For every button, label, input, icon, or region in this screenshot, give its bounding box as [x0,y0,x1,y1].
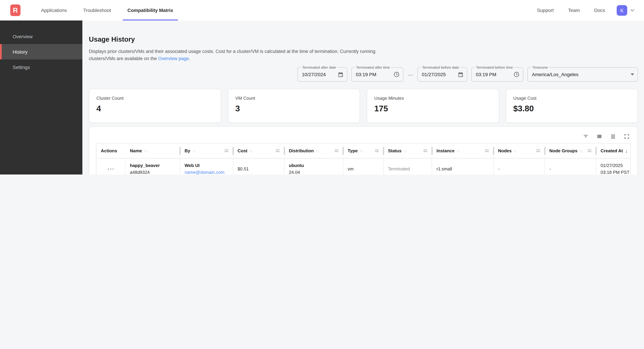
terminated-before-date-label: Terminated before date [421,65,460,69]
terminated-before-time-label: Terminated before time [475,65,514,69]
column-header-instance[interactable]: Instance↑↓ [432,143,494,158]
terminated-before-date-field[interactable]: Terminated before date 01/27/2025 [417,67,467,82]
nav-link-docs[interactable]: Docs [594,7,605,13]
ellipsis-icon [112,168,114,170]
column-drag-handle-icon[interactable] [276,150,280,152]
cost-value: $0.51 [238,166,284,171]
overview-page-link[interactable]: Overview page [158,56,189,61]
column-drag-handle-icon[interactable] [536,150,540,152]
column-header-type[interactable]: Type↑↓ [343,143,384,158]
sort-icon: ↑↓ [250,149,252,153]
node-groups-count: - [549,166,596,171]
cell-by: Web UIname@domain.com [180,158,233,174]
sort-icon: ↑↓ [192,149,195,153]
table-toolbar [96,129,631,143]
timezone-select[interactable]: Timezone America/Los_Angeles [528,67,638,82]
table-body: happy_beavera48d9324Web UIname@domain.co… [96,158,630,174]
column-header-distribution[interactable]: Distribution↑↓ [284,143,343,158]
status-badge: Terminated [388,166,432,171]
sidebar-item-overview[interactable]: Overview [0,29,82,44]
sidebar-item-settings[interactable]: Settings [0,59,82,75]
usage-table-card: ActionsName↑↓By↑↓Cost↑↓Distribution↑↓Typ… [89,126,638,174]
stat-card-vm-count: VM Count 3 [228,89,360,123]
terminated-after-time-label: Terminated after time [355,65,391,69]
tab-troubleshoot[interactable]: Troubleshoot [75,0,119,20]
terminated-after-date-value: 10/27/2024 [302,72,338,77]
stat-cards: Cluster Count 4 VM Count 3 Usage Minutes… [89,89,638,123]
page-description-line2: clusters/VMs are available on the [89,56,158,61]
page-description-period: . [189,56,190,61]
dropdown-arrow-icon [631,73,634,75]
column-header-by[interactable]: By↑↓ [180,143,233,158]
page-description-line1: Displays prior clusters/VMs and their as… [89,49,375,54]
column-drag-handle-icon[interactable] [424,150,427,152]
stat-card-usage-cost: Usage Cost $3.80 [506,89,638,123]
cell-name: happy_beavera48d9324 [126,158,180,174]
sort-icon: ↑↓ [316,149,319,153]
sort-desc-icon: ↓ [625,148,628,153]
ellipsis-icon [108,168,109,170]
column-header-status[interactable]: Status↑↓ [384,143,432,158]
avatar[interactable]: K [617,5,627,15]
column-label: Instance [436,148,455,153]
terminated-after-time-field[interactable]: Terminated after time 03:19 PM [352,67,403,82]
distribution-name: ubuntu [289,163,343,168]
stat-value: $3.80 [513,104,630,113]
column-header-cost[interactable]: Cost↑↓ [233,143,284,158]
column-drag-handle-icon[interactable] [588,150,591,152]
sidebar-item-history[interactable]: History [0,44,82,59]
column-drag-handle-icon[interactable] [375,150,379,152]
usage-table: ActionsName↑↓By↑↓Cost↑↓Distribution↑↓Typ… [96,143,631,174]
fullscreen-icon[interactable] [624,133,630,139]
timezone-value: America/Los_Angeles [532,72,628,77]
sort-icon: ↑↓ [580,149,583,153]
column-label: Name [130,148,142,153]
created-time: 03:18 PM PST [600,170,630,174]
clock-icon[interactable] [394,71,400,77]
stat-value: 175 [374,104,491,113]
density-icon[interactable] [610,133,616,139]
tab-compatibility-matrix[interactable]: Compatibility Matrix [119,0,181,20]
clock-icon[interactable] [514,71,520,77]
chevron-down-icon[interactable] [630,7,635,13]
column-label: Nodes [498,148,512,153]
column-drag-handle-icon[interactable] [485,150,489,152]
app-window: R Applications Troubleshoot Compatibilit… [0,0,644,174]
sort-icon: ↑↓ [404,149,406,153]
column-header-name[interactable]: Name↑↓ [126,143,180,158]
calendar-icon[interactable] [338,71,344,77]
nav-link-support[interactable]: Support [537,7,554,13]
sidebar: Overview History Settings [0,20,82,174]
creator-email-link[interactable]: name@domain.com [184,170,233,174]
cell-type: vm [343,158,384,174]
terminated-after-date-label: Terminated after date [301,65,338,69]
column-label: Type [348,148,358,153]
terminated-after-date-field[interactable]: Terminated after date 10/27/2024 [298,67,347,82]
column-header-node-groups[interactable]: Node Groups↑↓ [545,143,596,158]
row-actions-button[interactable] [96,158,126,174]
column-drag-handle-icon[interactable] [335,150,338,152]
column-label: Cost [238,148,248,153]
table-row: happy_beavera48d9324Web UIname@domain.co… [96,158,630,174]
cell-status: Terminated [384,158,432,174]
column-label: Distribution [289,148,314,153]
column-header-created-at[interactable]: Created At↓ [596,143,630,158]
column-header-nodes[interactable]: Nodes↑↓ [494,143,545,158]
terminated-before-time-field[interactable]: Terminated before time 03:19 PM [472,67,523,82]
page-title: Usage History [89,35,638,43]
distribution-version: 24.04 [289,170,343,174]
stat-label: Cluster Count [96,96,214,101]
range-dash: — [408,71,413,77]
replicated-logo[interactable]: R [10,4,20,16]
page-description: Displays prior clusters/VMs and their as… [89,48,638,62]
filter-icon[interactable] [583,133,588,139]
column-drag-handle-icon[interactable] [224,150,228,152]
columns-icon[interactable] [596,133,602,139]
stat-value: 3 [235,104,352,113]
calendar-icon[interactable] [458,71,464,77]
nav-link-team[interactable]: Team [568,7,580,13]
tab-applications[interactable]: Applications [33,0,75,20]
column-header-actions: Actions [96,143,126,158]
column-label: By [184,148,190,153]
table-header-row: ActionsName↑↓By↑↓Cost↑↓Distribution↑↓Typ… [96,143,630,158]
